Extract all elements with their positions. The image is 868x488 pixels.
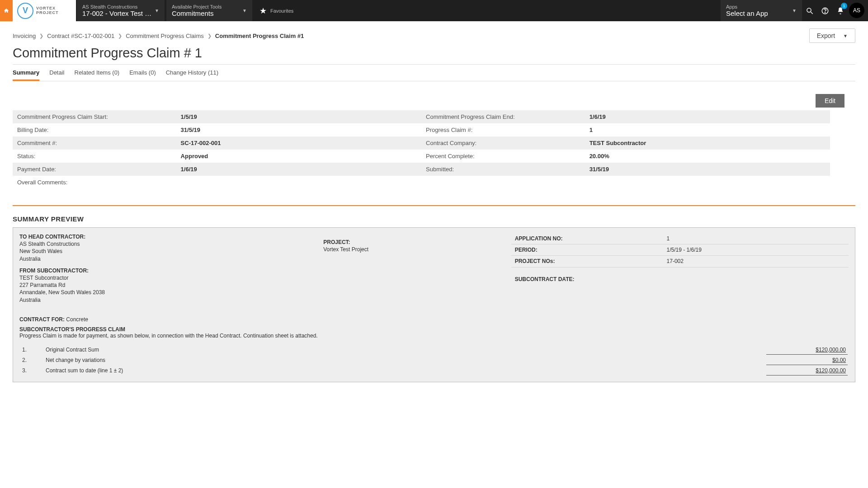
table-row: Status: Approved Percent Complete: 20.00…: [13, 150, 830, 163]
subcontractor-label: FROM SUBCONTRACTOR:: [19, 267, 318, 274]
breadcrumb-current: Commitment Progress Claim #1: [215, 33, 304, 39]
summary-preview-heading: SUMMARY PREVIEW: [13, 215, 855, 223]
meta-value: 1/5/19 - 1/6/19: [663, 244, 849, 256]
claim-lines: 1.Original Contract Sum$120,000.00 2.Net…: [19, 344, 849, 376]
info-label: Percent Complete:: [421, 150, 585, 163]
tab-emails[interactable]: Emails (0): [129, 66, 156, 81]
tab-related-items[interactable]: Related Items (0): [75, 66, 120, 81]
subcontractor-addr1: 227 Parramatta Rd: [19, 282, 318, 289]
info-value: 1/5/19: [176, 110, 421, 123]
info-value: Approved: [176, 150, 421, 163]
claim-text: Progress Claim is made for payment, as s…: [19, 333, 849, 339]
tools-selector-value: Commitments: [172, 9, 222, 17]
info-value: 31/5/19: [176, 123, 421, 136]
claim-header: SUBCONTRACTOR'S PROGRESS CLAIM Progress …: [19, 326, 849, 339]
line-number: 3.: [20, 366, 43, 375]
section-divider: [13, 205, 855, 206]
apps-selector[interactable]: Apps Select an App ▼: [721, 0, 802, 21]
meta-value: 1: [663, 233, 849, 244]
tools-selector-label: Available Project Tools: [172, 4, 222, 9]
svg-point-3: [825, 12, 825, 13]
logo-mark: V: [17, 3, 33, 19]
breadcrumb-link[interactable]: Invoicing: [13, 33, 36, 39]
head-contractor-name: AS Stealth Constructions: [19, 240, 318, 248]
info-label: Submitted:: [421, 163, 585, 176]
svg-line-1: [811, 12, 813, 14]
table-row: Overall Comments:: [13, 176, 830, 189]
chevron-right-icon: ❯: [39, 33, 43, 39]
head-contractor-country: Australia: [19, 255, 318, 263]
help-button[interactable]: [817, 0, 833, 21]
edit-button[interactable]: Edit: [816, 94, 844, 108]
table-row: 2.Net change by variations$0.00: [20, 356, 848, 365]
tab-summary[interactable]: Summary: [13, 66, 39, 81]
meta-key: APPLICATION NO:: [511, 233, 663, 244]
chevron-down-icon: ▼: [843, 33, 848, 38]
star-icon: ★: [259, 6, 267, 16]
breadcrumb-link[interactable]: Contract #SC-17-002-001: [47, 33, 114, 39]
info-comments-label: Overall Comments:: [13, 176, 830, 189]
table-row: PERIOD:1/5/19 - 1/6/19: [511, 244, 849, 256]
breadcrumb-link[interactable]: Commitment Progress Claims: [126, 33, 204, 39]
tab-detail[interactable]: Detail: [49, 66, 64, 81]
tabs: Summary Detail Related Items (0) Emails …: [13, 66, 855, 81]
logo[interactable]: V VORTEX PROJECT: [13, 0, 76, 21]
line-desc: Net change by variations: [44, 356, 765, 365]
info-value: 1/6/19: [176, 163, 421, 176]
subcontract-date-label: SUBCONTRACT DATE:: [511, 267, 849, 285]
tab-change-history[interactable]: Change History (11): [166, 66, 218, 81]
subcontractor-addr2: Annandale, New South Wales 2038: [19, 289, 318, 296]
page-title: Commitment Progress Claim # 1: [13, 46, 855, 61]
info-value: 1: [585, 123, 830, 136]
user-avatar[interactable]: AS: [849, 3, 864, 18]
info-label: Status:: [13, 150, 176, 163]
favourites-button[interactable]: ★ Favourites: [253, 0, 300, 21]
table-row: 1.Original Contract Sum$120,000.00: [20, 345, 848, 355]
info-value: SC-17-002-001: [176, 136, 421, 150]
table-row: PROJECT NOs:17-002: [511, 256, 849, 267]
summary-preview: TO HEAD CONTRACTOR: AS Stealth Construct…: [13, 227, 855, 382]
info-label: Commitment Progress Claim End:: [421, 110, 585, 123]
line-desc: Contract sum to date (line 1 ± 2): [44, 366, 765, 375]
search-button[interactable]: [802, 0, 817, 21]
contract-for-label: CONTRACT FOR:: [19, 316, 65, 323]
info-table: Commitment Progress Claim Start: 1/5/19 …: [13, 110, 830, 189]
search-icon: [806, 7, 814, 15]
line-amount: $120,000.00: [766, 345, 848, 355]
contract-for: CONTRACT FOR: Concrete: [19, 316, 849, 323]
export-label: Export: [817, 32, 835, 39]
meta-key: PROJECT NOs:: [511, 256, 663, 267]
apps-selector-value: Select an App: [726, 9, 768, 17]
info-label: Commitment Progress Claim Start:: [13, 110, 176, 123]
notification-badge: 1: [841, 3, 847, 9]
breadcrumb: Invoicing ❯ Contract #SC-17-002-001 ❯ Co…: [13, 33, 304, 39]
home-button[interactable]: [0, 0, 13, 21]
info-value: 31/5/19: [585, 163, 830, 176]
chevron-right-icon: ❯: [118, 33, 122, 39]
favourites-label: Favourites: [270, 8, 293, 14]
notifications-button[interactable]: 1: [833, 0, 848, 21]
line-amount: $120,000.00: [766, 366, 848, 375]
project-selector[interactable]: AS Stealth Constructions 17-002 - Vortex…: [77, 0, 165, 21]
topbar: V VORTEX PROJECT AS Stealth Construction…: [0, 0, 868, 21]
meta-value: 17-002: [663, 256, 849, 267]
chevron-down-icon: ▼: [242, 8, 247, 13]
meta-key: PERIOD:: [511, 244, 663, 256]
subcontractor-name: TEST Subcontractor: [19, 274, 318, 282]
tools-selector[interactable]: Available Project Tools Commitments ▼: [166, 0, 252, 21]
line-desc: Original Contract Sum: [44, 345, 765, 355]
table-row: Commitment #: SC-17-002-001 Contract Com…: [13, 136, 830, 150]
info-value: TEST Subcontractor: [585, 136, 830, 150]
info-label: Billing Date:: [13, 123, 176, 136]
project-label: PROJECT:: [323, 239, 505, 246]
line-amount: $0.00: [766, 356, 848, 365]
logo-text: VORTEX PROJECT: [36, 6, 59, 15]
home-icon: [3, 8, 9, 14]
table-row: APPLICATION NO:1: [511, 233, 849, 244]
svg-point-0: [807, 8, 811, 12]
apps-selector-label: Apps: [726, 4, 768, 9]
export-button[interactable]: Export ▼: [809, 28, 855, 43]
preview-meta-table: APPLICATION NO:1 PERIOD:1/5/19 - 1/6/19 …: [511, 233, 849, 267]
info-value: 20.00%: [585, 150, 830, 163]
table-row: Payment Date: 1/6/19 Submitted: 31/5/19: [13, 163, 830, 176]
